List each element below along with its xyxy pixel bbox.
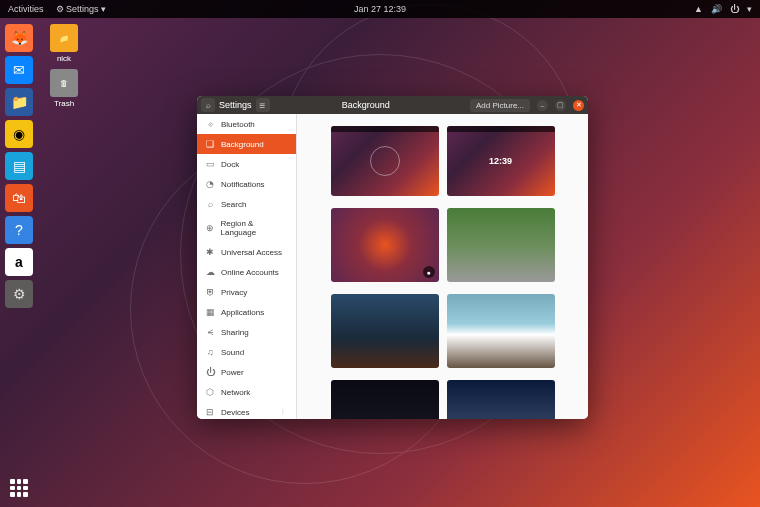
maximize-button[interactable]: ▢: [555, 100, 566, 111]
sidebar-label: Sound: [221, 348, 244, 357]
close-button[interactable]: ✕: [573, 100, 584, 111]
chevron-right-icon: 〉: [281, 407, 288, 417]
sidebar-icon: ⬡: [205, 387, 215, 397]
sidebar-label: Bluetooth: [221, 120, 255, 129]
sidebar-item-applications[interactable]: ▦Applications: [197, 302, 296, 322]
sidebar-item-background[interactable]: ❑Background: [197, 134, 296, 154]
sidebar-icon: ⪪: [205, 327, 215, 337]
wallpaper-thumbnail[interactable]: [447, 294, 555, 368]
activities-button[interactable]: Activities: [8, 4, 44, 14]
lockscreen-background-preview[interactable]: 12:39: [447, 126, 555, 196]
sidebar-icon: ▦: [205, 307, 215, 317]
sidebar-item-universal-access[interactable]: ✱Universal Access: [197, 242, 296, 262]
background-content: 12:39 ●: [297, 114, 588, 419]
top-panel: Activities ⚙ Settings ▾ Jan 27 12:39 ▲ 🔊…: [0, 0, 760, 18]
section-title: Background: [342, 100, 390, 110]
launcher-dock: 🦊 ✉ 📁 ◉ ▤ 🛍 ? a ⚙: [0, 18, 38, 308]
window-title: Settings: [219, 100, 252, 110]
sidebar-icon: ⟐: [205, 119, 215, 129]
sidebar-label: Background: [221, 140, 264, 149]
thunderbird-launcher[interactable]: ✉: [5, 56, 33, 84]
current-background-preview[interactable]: [331, 126, 439, 196]
sidebar-icon: ✱: [205, 247, 215, 257]
sidebar-item-bluetooth[interactable]: ⟐Bluetooth: [197, 114, 296, 134]
home-folder-icon[interactable]: 📁nick: [44, 24, 84, 63]
sidebar-item-devices[interactable]: ⊟Devices〉: [197, 402, 296, 419]
search-button[interactable]: ⌕: [201, 98, 215, 112]
wallpaper-thumbnail[interactable]: [331, 294, 439, 368]
power-icon[interactable]: ⏻: [730, 4, 739, 14]
sidebar-icon: ⊕: [205, 223, 215, 233]
rhythmbox-launcher[interactable]: ◉: [5, 120, 33, 148]
sidebar-icon: ♫: [205, 347, 215, 357]
sidebar-icon: ◔: [205, 179, 215, 189]
sidebar-label: Notifications: [221, 180, 265, 189]
add-picture-button[interactable]: Add Picture...: [470, 99, 530, 112]
settings-window: ⌕ Settings ≡ Background Add Picture... –…: [197, 96, 588, 419]
app-menu[interactable]: ⚙ Settings ▾: [56, 4, 107, 14]
minimize-button[interactable]: –: [537, 100, 548, 111]
wallpaper-thumbnail[interactable]: [447, 208, 555, 282]
settings-launcher[interactable]: ⚙: [5, 280, 33, 308]
sidebar-item-dock[interactable]: ▭Dock: [197, 154, 296, 174]
sidebar-icon: ☁: [205, 267, 215, 277]
menu-icon: ≡: [260, 100, 266, 111]
wallpaper-thumbnail[interactable]: [447, 380, 555, 419]
sidebar-item-region-language[interactable]: ⊕Region & Language: [197, 214, 296, 242]
sidebar-label: Search: [221, 200, 246, 209]
sidebar-label: Applications: [221, 308, 264, 317]
sidebar-item-notifications[interactable]: ◔Notifications: [197, 174, 296, 194]
volume-icon[interactable]: 🔊: [711, 4, 722, 14]
sidebar-label: Region & Language: [221, 219, 288, 237]
show-applications-button[interactable]: [6, 475, 32, 501]
firefox-launcher[interactable]: 🦊: [5, 24, 33, 52]
clock[interactable]: Jan 27 12:39: [354, 4, 406, 14]
sidebar-icon: ⌕: [205, 199, 215, 209]
sidebar-item-sharing[interactable]: ⪪Sharing: [197, 322, 296, 342]
sidebar-icon: ⊟: [205, 407, 215, 417]
sidebar-icon: ❑: [205, 139, 215, 149]
sidebar-label: Privacy: [221, 288, 247, 297]
sidebar-item-sound[interactable]: ♫Sound: [197, 342, 296, 362]
sidebar-icon: ▭: [205, 159, 215, 169]
sidebar-item-privacy[interactable]: ⛨Privacy: [197, 282, 296, 302]
selected-check-icon: ●: [423, 266, 435, 278]
window-titlebar: ⌕ Settings ≡ Background Add Picture... –…: [197, 96, 588, 114]
sidebar-label: Power: [221, 368, 244, 377]
trash-icon[interactable]: 🗑Trash: [44, 69, 84, 108]
system-menu-chevron-icon[interactable]: ▾: [747, 4, 752, 14]
sidebar-item-online-accounts[interactable]: ☁Online Accounts: [197, 262, 296, 282]
sidebar-item-search[interactable]: ⌕Search: [197, 194, 296, 214]
files-launcher[interactable]: 📁: [5, 88, 33, 116]
software-launcher[interactable]: 🛍: [5, 184, 33, 212]
sidebar-label: Network: [221, 388, 250, 397]
sidebar-label: Devices: [221, 408, 249, 417]
sidebar-item-power[interactable]: ⏻Power: [197, 362, 296, 382]
sidebar-label: Dock: [221, 160, 239, 169]
writer-launcher[interactable]: ▤: [5, 152, 33, 180]
sidebar-label: Universal Access: [221, 248, 282, 257]
amazon-launcher[interactable]: a: [5, 248, 33, 276]
sidebar-item-network[interactable]: ⬡Network: [197, 382, 296, 402]
hamburger-menu-button[interactable]: ≡: [256, 98, 270, 112]
help-launcher[interactable]: ?: [5, 216, 33, 244]
network-icon[interactable]: ▲: [694, 4, 703, 14]
sidebar-icon: ⛨: [205, 287, 215, 297]
settings-sidebar: ⟐Bluetooth❑Background▭Dock◔Notifications…: [197, 114, 297, 419]
wallpaper-thumbnail[interactable]: [331, 380, 439, 419]
sidebar-label: Sharing: [221, 328, 249, 337]
sidebar-label: Online Accounts: [221, 268, 279, 277]
sidebar-icon: ⏻: [205, 367, 215, 377]
wallpaper-thumbnail[interactable]: ●: [331, 208, 439, 282]
search-icon: ⌕: [206, 101, 211, 110]
